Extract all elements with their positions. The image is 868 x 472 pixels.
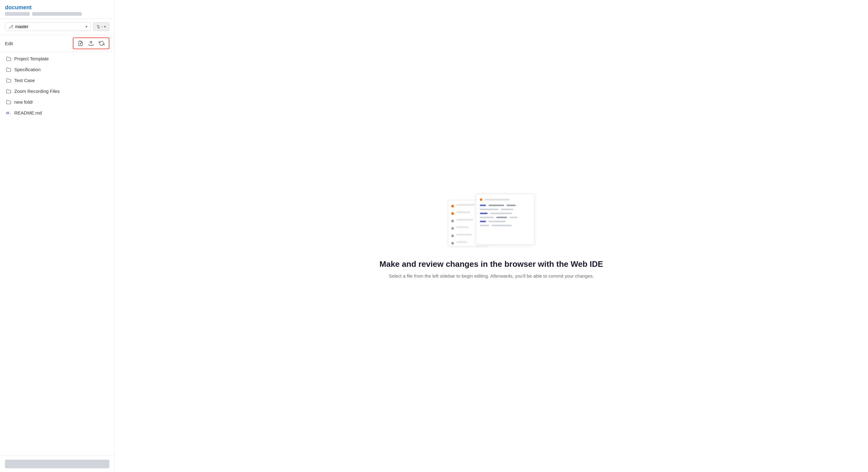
list-item[interactable]: Test Case [0,75,114,86]
branch-icon: ⎇ [8,24,13,29]
toolbar-icons-group [73,37,110,49]
new-file-button[interactable] [76,39,85,47]
file-name: Test Case [14,78,35,83]
repo-name[interactable]: document [5,4,110,11]
sync-icon [99,40,104,46]
file-list: Project Template Specification Test Case [0,52,114,456]
list-item[interactable]: new foldr [0,97,114,107]
repo-subtitle [5,12,110,16]
merge-request-select[interactable]: ⇅ - ▾ [93,22,110,31]
file-name: Zoom Recording Files [14,89,60,94]
list-item[interactable]: M↓ README.md [0,107,114,118]
edit-label: Edit [5,41,70,46]
list-item[interactable]: Project Template [0,53,114,64]
merge-icon: ⇅ [97,25,100,29]
ide-card-front [476,194,535,245]
folder-icon [6,67,11,72]
branch-chevron-icon: ▾ [86,25,87,29]
file-name: README.md [14,110,42,115]
sidebar-bottom [0,456,114,472]
sidebar-header: document [0,0,114,19]
redacted-2 [32,12,82,16]
markdown-icon: M↓ [6,111,11,115]
file-name: Specification [14,67,40,72]
file-name: Project Template [14,56,49,61]
branch-select[interactable]: ⎇ master ▾ [5,22,91,31]
redacted-1 [5,12,30,16]
branch-name: master [15,24,29,29]
folder-icon [6,78,11,83]
list-item[interactable]: Specification [0,64,114,75]
sidebar: document ⎇ master ▾ ⇅ - ▾ Edit [0,0,115,472]
folder-icon [6,100,11,105]
sync-button[interactable] [97,39,106,47]
sidebar-bottom-action[interactable] [5,460,110,468]
folder-icon [6,89,11,94]
upload-button[interactable] [86,39,96,47]
upload-icon [88,40,94,46]
main-content: Make and review changes in the browser w… [115,0,868,472]
file-name: new foldr [14,99,33,105]
main-subtitle: Select a file from the left sidebar to b… [389,273,594,278]
merge-chevron-icon: ▾ [104,25,106,29]
merge-label: - [101,24,103,29]
main-title: Make and review changes in the browser w… [379,259,603,269]
new-file-icon [78,40,83,46]
branch-row: ⎇ master ▾ ⇅ - ▾ [0,19,114,35]
folder-icon [6,56,11,61]
edit-row: Edit [0,35,114,52]
ide-illustration [448,194,535,249]
list-item[interactable]: Zoom Recording Files [0,86,114,97]
